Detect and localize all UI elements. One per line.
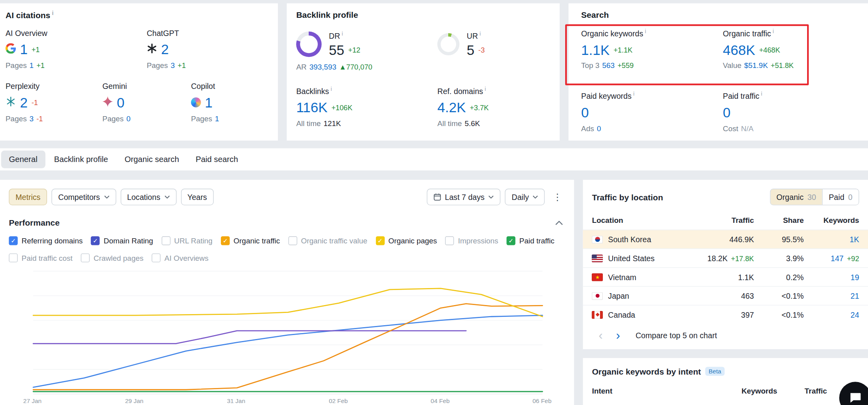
sub-value-link[interactable]: 1 [30, 61, 34, 70]
metric-ai-overview: AI Overview 1 +1 Pages1+1 [6, 29, 147, 70]
metric-change: -1 [32, 98, 38, 107]
info-icon[interactable]: i [342, 30, 343, 36]
compare-top5-link[interactable]: Compare top 5 on chart [636, 331, 717, 339]
checkbox-url-rating[interactable]: URL Rating [161, 236, 212, 245]
tab-backlink-profile[interactable]: Backlink profile [46, 151, 116, 168]
tab-paid-search[interactable]: Paid search [188, 151, 245, 168]
more-options-button[interactable]: ⋮ [549, 191, 566, 203]
metric-value-link[interactable]: 0 [723, 105, 730, 121]
x-axis-tick-label: 31 Jan [227, 397, 245, 404]
collapse-section-button[interactable] [553, 217, 566, 228]
metric-value-link[interactable]: 2 [161, 41, 169, 57]
metric-change: +106K [331, 104, 352, 112]
sub-value-link[interactable]: 0 [126, 114, 131, 122]
keywords-link[interactable]: 24 [851, 310, 859, 319]
metric-value-link[interactable]: 2 [20, 94, 27, 110]
metric-value-link[interactable]: 0 [581, 105, 589, 121]
years-button[interactable]: Years [181, 189, 213, 205]
location-table-header: Location Traffic Share Keywords [583, 211, 868, 230]
japan-flag-icon [592, 292, 603, 300]
checkbox-box[interactable] [152, 253, 160, 262]
toggle-paid[interactable]: Paid0 [822, 189, 859, 205]
checkbox-box[interactable]: ✓ [9, 236, 17, 245]
location-name: South Korea [608, 235, 651, 244]
ar-value-link[interactable]: 393,593 [309, 63, 336, 72]
search-card: Search Organic keywordsi 1.1K+1.1K Top 3… [568, 3, 868, 140]
backlink-profile-card: Backlink profile DRi 55+12 AR393,593▲770… [287, 3, 560, 140]
keywords-link[interactable]: 19 [851, 273, 859, 281]
checkbox-domain-rating[interactable]: ✓Domain Rating [91, 236, 153, 245]
checkbox-box[interactable]: ✓ [91, 236, 100, 245]
metrics-button[interactable]: Metrics [9, 189, 47, 205]
gemini-icon [102, 96, 113, 109]
keywords-link[interactable]: 1K [850, 235, 859, 244]
toggle-organic[interactable]: Organic30 [770, 189, 822, 205]
share-value: 95.5% [754, 235, 804, 244]
checkbox-referring-domains[interactable]: ✓Referring domains [9, 236, 83, 245]
info-icon[interactable]: i [479, 30, 481, 36]
metric-value-link[interactable]: 1 [20, 41, 27, 57]
chevron-down-icon [533, 195, 538, 198]
sub-value: 5.6K [465, 119, 480, 128]
checkbox-box[interactable] [288, 236, 297, 245]
metric-value-link[interactable]: 1.1K [581, 42, 609, 58]
locations-dropdown[interactable]: Locations [121, 189, 176, 205]
checkbox-box[interactable]: ✓ [507, 236, 515, 245]
vietnam-flag-icon: ★ [592, 273, 603, 281]
traffic-value: 18.2K [708, 254, 728, 262]
keywords-link[interactable]: 21 [851, 291, 859, 300]
sub-value-link[interactable]: 0 [597, 124, 601, 133]
metric-value-link[interactable]: 0 [117, 94, 125, 110]
sub-value-link[interactable]: $51.9K [744, 62, 768, 70]
checkbox-paid-traffic[interactable]: ✓Paid traffic [507, 236, 555, 245]
info-icon[interactable]: i [485, 86, 486, 92]
checkbox-box[interactable] [161, 236, 170, 245]
checkbox-box[interactable]: ✓ [221, 236, 230, 245]
x-axis-tick-label: 27 Jan [23, 397, 42, 404]
next-page-button[interactable]: › [609, 329, 627, 341]
metric-value-link[interactable]: 468K [723, 42, 755, 58]
checkbox-organic-traffic-value[interactable]: Organic traffic value [288, 236, 367, 245]
checkbox-crawled-pages[interactable]: Crawled pages [81, 253, 143, 262]
checkbox-box[interactable] [445, 236, 454, 245]
table-row: South Korea 446.9K 95.5% 1K [583, 230, 868, 249]
info-icon[interactable]: i [761, 91, 762, 97]
keywords-link[interactable]: 147 [831, 254, 844, 262]
checkbox-paid-traffic-cost[interactable]: Paid traffic cost [9, 253, 72, 262]
sub-label: Top 3 [581, 62, 599, 70]
traffic-by-location-title: Traffic by location [592, 192, 663, 202]
tab-organic-search[interactable]: Organic search [117, 151, 187, 168]
sub-value-link[interactable]: 3 [30, 114, 34, 122]
info-icon[interactable]: i [645, 28, 646, 34]
checkbox-box[interactable] [81, 253, 90, 262]
metric-value-link[interactable]: 116K [296, 100, 327, 115]
info-icon[interactable]: i [773, 28, 774, 34]
metric-value-link[interactable]: 4.2K [438, 100, 466, 115]
sub-value: N/A [741, 124, 754, 133]
metric-backlinks: Backlinksi 116K+106K All time121K [296, 86, 437, 128]
competitors-dropdown[interactable]: Competitors [51, 189, 116, 205]
metric-url-rating: URi 5-3 [438, 30, 485, 72]
checkbox-impressions[interactable]: Impressions [445, 236, 498, 245]
metric-checkbox-row-2: Paid traffic cost Crawled pages AI Overv… [9, 253, 565, 262]
info-icon[interactable]: i [633, 91, 634, 97]
sub-value-link[interactable]: 1 [215, 114, 219, 122]
perplexity-icon [6, 96, 16, 109]
checkbox-organic-pages[interactable]: ✓Organic pages [376, 236, 437, 245]
granularity-dropdown[interactable]: Daily [505, 189, 545, 205]
sub-change: +1 [177, 61, 186, 70]
sub-value-link[interactable]: 563 [602, 62, 615, 70]
info-icon[interactable]: i [330, 86, 332, 92]
checkbox-box[interactable]: ✓ [376, 236, 384, 245]
checkbox-ai-overviews[interactable]: AI Overviews [152, 253, 209, 262]
info-icon[interactable]: i [52, 10, 53, 16]
checkbox-organic-traffic[interactable]: ✓Organic traffic [221, 236, 280, 245]
previous-page-button[interactable]: ‹ [592, 329, 609, 341]
sub-value-link[interactable]: 3 [171, 61, 175, 70]
metric-value-link[interactable]: 1 [205, 94, 212, 110]
date-range-dropdown[interactable]: Last 7 days [426, 189, 500, 205]
intent-table-header: Intent Keywords Traffic [592, 381, 859, 400]
tab-general[interactable]: General [1, 151, 45, 168]
location-name: Japan [608, 291, 629, 300]
checkbox-box[interactable] [9, 253, 17, 262]
